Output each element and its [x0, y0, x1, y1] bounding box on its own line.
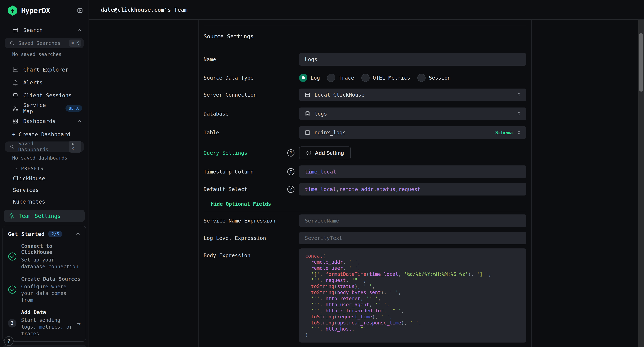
arrow-right-icon: →: [77, 320, 81, 327]
task-connect-clickhouse[interactable]: Connect to ClickHouse Set up your databa…: [8, 243, 81, 270]
sidebar-item-label: Search: [23, 27, 42, 33]
help-button[interactable]: ?: [4, 336, 14, 346]
sidebar-item-client-sessions[interactable]: Client Sessions: [0, 89, 88, 102]
hide-optional-fields-link[interactable]: Hide Optional Fields: [211, 201, 271, 207]
preset-item-clickhouse[interactable]: ClickHouse: [0, 172, 88, 184]
timestamp-column-row: Timestamp Column ? time_local: [204, 166, 526, 178]
radio-dot: [417, 74, 426, 82]
presets-label: PRESETS: [21, 166, 44, 171]
sidebar-item-label: Client Sessions: [23, 92, 72, 98]
table-icon: [12, 27, 18, 33]
chevron-updown-icon: [516, 111, 522, 116]
table-select[interactable]: nginx_logs Schema: [299, 126, 526, 139]
collapse-sidebar-icon[interactable]: [77, 7, 83, 14]
name-label: Name: [204, 56, 299, 62]
laptop-icon: [12, 92, 18, 98]
saved-dashboards-input[interactable]: Saved Dashboards ⌘ K: [5, 142, 84, 152]
schema-link[interactable]: Schema: [495, 130, 513, 136]
task-create-data-sources[interactable]: Create Data Sources Configure where your…: [8, 276, 81, 304]
page-header: dale@clickhouse.com's Team: [89, 0, 644, 20]
table-icon: [304, 130, 310, 136]
log-level-input[interactable]: [299, 232, 526, 244]
hierarchy-icon: [12, 105, 18, 112]
check-circle-icon: [8, 252, 17, 261]
chart-icon: [12, 66, 18, 73]
log-level-row: Log Level Expression: [204, 232, 526, 244]
database-select[interactable]: logs: [299, 108, 526, 120]
log-level-label: Log Level Expression: [204, 235, 299, 241]
task-title: Connect to ClickHouse: [21, 243, 81, 255]
source-data-type-label: Source Data Type: [204, 75, 299, 81]
sidebar-item-service-map[interactable]: Service Map BETA: [0, 102, 88, 115]
get-started-card: Get Started 2/3 Connect to ClickHouse Se…: [2, 226, 86, 342]
team-title: dale@clickhouse.com's Team: [101, 6, 188, 13]
radio-dot: [299, 74, 307, 82]
server-connection-select[interactable]: Local ClickHouse: [299, 88, 526, 101]
timestamp-column-label: Timestamp Column ?: [204, 168, 299, 175]
get-started-progress-badge: 2/3: [48, 231, 62, 237]
name-row: Name: [204, 53, 526, 66]
service-name-label: Service Name Expression: [204, 218, 299, 224]
chevron-up-icon[interactable]: [75, 231, 81, 237]
preset-item-kubernetes[interactable]: Kubernetes: [0, 196, 88, 208]
chevron-updown-icon: [516, 92, 522, 98]
radio-trace[interactable]: Trace: [327, 74, 354, 82]
scrollbar-track[interactable]: [638, 20, 644, 347]
preset-item-services[interactable]: Services: [0, 184, 88, 196]
sidebar-item-label: Dashboards: [23, 118, 56, 124]
grid-icon: [12, 118, 18, 124]
presets-toggle[interactable]: PRESETS: [0, 162, 88, 172]
radio-session[interactable]: Session: [417, 74, 450, 82]
sidebar-item-chart-explorer[interactable]: Chart Explorer: [0, 63, 88, 76]
sidebar-item-label: Alerts: [23, 80, 42, 86]
kbd-shortcut: ⌘ K: [69, 141, 82, 152]
sidebar-item-team-settings[interactable]: Team Settings: [4, 210, 84, 222]
sidebar-item-alerts[interactable]: Alerts: [0, 76, 88, 89]
database-row: Database logs: [204, 108, 526, 120]
default-select-input[interactable]: time_local, remote_addr, status, request: [299, 183, 526, 196]
task-title: Add Data: [21, 309, 73, 315]
radio-dot: [327, 74, 335, 82]
no-saved-searches-text: No saved searches: [0, 50, 88, 63]
create-dashboard-button[interactable]: + Create Dashboard: [0, 128, 88, 140]
gear-icon: [8, 213, 15, 219]
default-select-label: Default Select ?: [204, 186, 299, 193]
get-started-title: Get Started: [8, 231, 44, 237]
no-saved-dashboards-text: No saved dashboards: [0, 154, 88, 162]
database-label: Database: [204, 111, 299, 117]
task-desc: Start sending logs, metrics, or traces: [21, 317, 73, 337]
service-name-input[interactable]: [299, 214, 526, 227]
beta-badge: BETA: [66, 105, 82, 112]
name-input[interactable]: [299, 53, 526, 66]
task-desc: Configure where your data comes from: [21, 283, 81, 304]
source-settings-panel: Source Settings Name Source Data Type Lo…: [198, 20, 532, 347]
server-connection-label: Server Connection: [204, 92, 299, 98]
query-settings-label: Query Settings ?: [204, 149, 299, 156]
add-setting-button[interactable]: Add Setting: [299, 146, 351, 159]
task-add-data[interactable]: 3 Add Data Start sending logs, metrics, …: [8, 309, 81, 337]
saved-searches-input[interactable]: Saved Searches ⌘ K: [5, 38, 84, 48]
bell-icon: [12, 79, 18, 86]
service-name-row: Service Name Expression: [204, 214, 526, 227]
radio-dot: [361, 74, 370, 82]
radio-otel-metrics[interactable]: OTEL Metrics: [361, 74, 410, 82]
help-circle-icon[interactable]: ?: [287, 149, 294, 156]
sidebar-item-label: Service Map: [23, 102, 58, 114]
divider: [204, 212, 526, 212]
server-connection-value: Local ClickHouse: [314, 92, 364, 98]
timestamp-column-input[interactable]: time_local: [299, 166, 526, 178]
source-data-type-row: Source Data Type Log Trace OTEL Metrics: [204, 72, 526, 84]
sidebar-item-dashboards[interactable]: Dashboards: [0, 115, 88, 128]
brand-logo[interactable]: HyperDX: [0, 0, 88, 16]
body-expression-label: Body Expression: [204, 248, 299, 258]
body-expression-editor[interactable]: concat( remote_addr, ' ', remote_user, '…: [299, 248, 526, 342]
help-circle-icon[interactable]: ?: [287, 186, 294, 193]
step-number-badge: 3: [8, 319, 17, 328]
chevron-up-icon: [77, 118, 82, 124]
chevron-down-icon: [14, 166, 18, 171]
sidebar-item-search[interactable]: Search: [0, 24, 88, 36]
scrollbar-thumb[interactable]: [639, 33, 643, 92]
check-circle-icon: [8, 285, 17, 294]
help-circle-icon[interactable]: ?: [287, 168, 294, 175]
radio-log[interactable]: Log: [299, 74, 320, 82]
